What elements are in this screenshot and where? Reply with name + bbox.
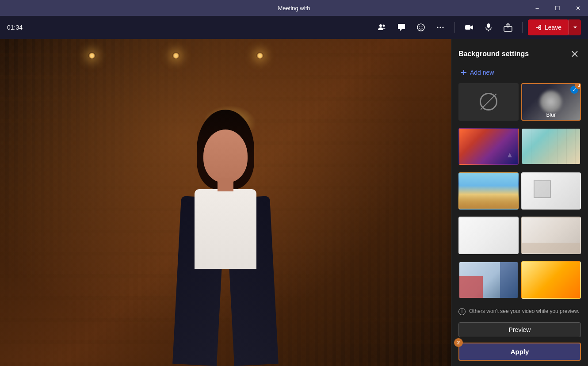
bg-settings-panel: Background settings Add new [451, 39, 588, 366]
window-title: Meeting with [278, 5, 310, 11]
bg-option-bedroom[interactable] [521, 217, 581, 254]
main-area: Background settings Add new [0, 39, 588, 366]
svg-rect-8 [465, 25, 470, 30]
leave-label: Leave [545, 24, 561, 31]
bg-gradient1-visual [522, 262, 580, 298]
window-controls: – ☐ ✕ [527, 0, 588, 16]
minimize-button[interactable]: – [527, 0, 547, 16]
info-text: Others won't see your video while you pr… [469, 308, 579, 315]
bg-option-outdoor[interactable] [458, 172, 519, 210]
close-panel-button[interactable] [569, 48, 581, 60]
svg-point-6 [439, 27, 441, 28]
svg-point-1 [382, 25, 385, 27]
add-new-button[interactable]: Add new [458, 67, 581, 78]
svg-point-3 [419, 27, 420, 27]
bg-bedroom-floor [522, 243, 580, 253]
background-grid: Blur ✓ 1 [451, 83, 588, 303]
call-timer: 01:34 [7, 24, 25, 31]
reactions-button[interactable] [412, 19, 430, 36]
more-button[interactable] [431, 19, 449, 36]
svg-point-2 [417, 24, 424, 31]
blur-label: Blur [522, 112, 580, 118]
bg-option-colorful1[interactable] [458, 128, 519, 165]
person-face [203, 130, 248, 183]
person-area [155, 110, 296, 366]
title-bar: Meeting with – ☐ ✕ [0, 0, 588, 16]
bg-option-blur[interactable]: Blur ✓ 1 [521, 83, 581, 121]
slash-circle-icon [480, 93, 497, 111]
bg-option-none[interactable] [458, 83, 519, 121]
video-background [0, 39, 451, 366]
bg-white-open-visual [459, 217, 518, 253]
info-icon: i [458, 308, 466, 315]
svg-point-5 [437, 27, 438, 28]
bg-option-office-corridor[interactable] [521, 128, 581, 165]
leave-dropdown-button[interactable] [569, 19, 581, 35]
svg-point-0 [379, 24, 382, 27]
bg-option-office2[interactable] [458, 261, 519, 299]
mic-button[interactable] [480, 19, 497, 36]
apply-num-badge: 2 [454, 338, 463, 347]
toolbar: Leave [373, 19, 581, 36]
info-notice: i Others won't see your video while you … [451, 303, 588, 320]
bg-panel-header: Background settings [451, 39, 588, 65]
toolbar-divider [454, 22, 455, 33]
preview-button[interactable]: Preview [458, 322, 581, 337]
bg-option-white-room[interactable] [521, 172, 581, 210]
video-area [0, 39, 451, 366]
bg-logo-mark [505, 151, 514, 161]
bg-office2-dark [500, 262, 517, 298]
share-button[interactable] [499, 19, 517, 36]
people-button[interactable] [373, 19, 391, 36]
leave-group: Leave [528, 19, 581, 35]
top-bar: 01:34 [0, 16, 588, 39]
svg-rect-9 [487, 23, 490, 28]
person-neck [218, 178, 233, 191]
add-new-label: Add new [470, 69, 494, 76]
svg-point-4 [421, 27, 422, 27]
bg-white-room-frame [534, 180, 551, 198]
person-top [195, 189, 256, 269]
blur-preview-circle [540, 91, 562, 113]
video-button[interactable] [460, 19, 478, 36]
bg-option-white-open[interactable] [458, 217, 519, 254]
svg-point-7 [442, 27, 443, 28]
apply-button-container: 2 Apply [458, 343, 581, 361]
bg-outdoor-ground [459, 194, 518, 209]
bg-panel-title: Background settings [458, 50, 529, 58]
apply-button[interactable]: Apply [458, 343, 581, 361]
close-button[interactable]: ✕ [568, 0, 588, 16]
chat-button[interactable] [393, 19, 410, 36]
leave-button[interactable]: Leave [528, 19, 569, 35]
bg-white-room-visual [522, 173, 580, 209]
maximize-button[interactable]: ☐ [547, 0, 568, 16]
bg-option-gradient1[interactable] [521, 261, 581, 299]
bg-office1-lines [522, 129, 580, 164]
leave-divider [522, 22, 523, 33]
bg-office2-accent [459, 276, 483, 297]
